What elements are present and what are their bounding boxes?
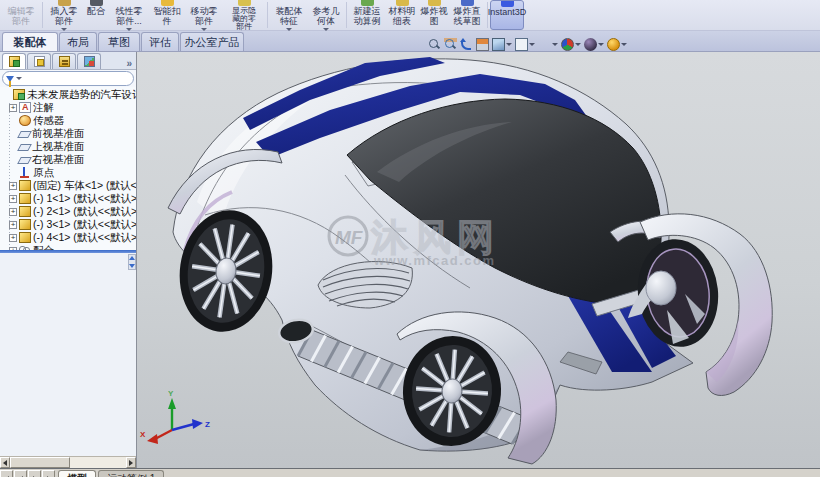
dropdown-arrow-icon[interactable] [621,43,627,46]
feature-manager-panel: » 未来发展趋势的汽车设计模型+注解传感器前视基准面上视基准面右视基准面原点+(… [0,52,137,468]
tab-configuration-manager[interactable] [52,53,76,69]
orientation-triad: X Y Z [140,389,210,444]
panel-horizontal-scrollbar[interactable] [0,456,136,468]
ribbon-separator [346,2,347,28]
configuration-manager-icon [59,56,70,67]
tree-item-13[interactable]: +配合 [3,244,136,250]
tree-item-9[interactable]: +(-) 1<1> (默认<<默认>_显示 [3,192,136,205]
zoom-area-button[interactable] [444,38,457,51]
ribbon-button-instant3d[interactable]: Instant3D [490,0,524,30]
view-settings-button[interactable] [607,38,627,51]
panel-overflow-chevron-icon[interactable]: » [126,58,132,69]
bottom-tab-1[interactable]: 模型 [58,470,96,477]
tab-nav-prev-button[interactable] [14,470,27,477]
tab-nav-last-button[interactable] [42,470,55,477]
tree-item-2[interactable]: +注解 [3,101,136,114]
plane-icon [17,131,32,138]
tree-item-3[interactable]: 传感器 [3,114,136,127]
ribbon-button-label: 部件 [195,17,213,27]
ribbon-button-insert-components[interactable]: 插入零部件 [45,0,83,30]
annotations-icon [19,102,31,113]
tree-expander-icon[interactable]: + [9,182,17,190]
command-tab-3[interactable]: 草图 [98,32,140,51]
filter-dropdown-icon[interactable] [16,77,22,80]
tree-item-8[interactable]: +(固定) 车体<1> (默认<<默认 [3,179,136,192]
ribbon-button-move-component[interactable]: 移动零部件 [185,0,223,30]
command-tab-4[interactable]: 评估 [141,32,179,51]
ribbon-button-show-hidden-components[interactable]: 显示隐藏的零部件 [223,0,265,30]
scroll-down-icon[interactable] [129,264,135,268]
previous-view-button[interactable] [460,38,473,51]
panel-vertical-scrollbar[interactable] [128,254,136,270]
edit-appearance-button[interactable] [561,38,581,51]
ribbon-button-label: 部件... [116,17,142,27]
tree-item-7[interactable]: 原点 [3,166,136,179]
dropdown-arrow-icon[interactable] [598,43,604,46]
command-tab-2[interactable]: 布局 [59,32,97,51]
filter-funnel-icon [6,76,14,82]
ribbon-button-label: 特征 [280,17,298,27]
view-orientation-button[interactable] [492,38,512,51]
tab-feature-manager[interactable] [2,53,26,69]
mates-icon [19,245,31,250]
command-tab-5[interactable]: 办公室产品 [180,32,244,51]
tab-display-manager[interactable] [77,53,101,69]
dropdown-arrow-icon[interactable] [529,43,535,46]
zoom-fit-button[interactable] [428,38,441,51]
ribbon-separator [267,2,268,28]
ribbon-button-assembly-features[interactable]: 装配体特征 [270,0,308,30]
ribbon-button-exploded-view[interactable]: 爆炸视图 [419,0,449,30]
ribbon-separator [42,2,43,28]
bottom-tab-2[interactable]: 运动算例 1 [98,470,164,477]
previous-view-icon [460,38,473,51]
tab-nav-first-button[interactable] [0,470,13,477]
tree-expander-icon[interactable]: + [9,104,17,112]
tree-item-11[interactable]: +(-) 3<1> (默认<<默认>_显示 [3,218,136,231]
tree-filter[interactable] [2,71,134,86]
zoom-area-icon [444,38,457,51]
triad-y-label: Y [168,389,174,398]
tree-expander-icon[interactable]: + [9,195,17,203]
ribbon-button-reference-geometry[interactable]: 参考几何体 [308,0,344,30]
ribbon-button-explode-line-sketch[interactable]: 爆炸直线草图 [449,0,485,30]
part-icon [19,232,31,243]
scroll-left-button[interactable] [0,457,10,468]
ribbon-button-linear-component-pattern[interactable]: 线性零部件... [109,0,149,30]
tree-item-label: 前视基准面 [32,127,85,140]
command-tab-1[interactable]: 装配体 [2,32,58,51]
feature-tree-icon [9,56,20,67]
display-style-button[interactable] [515,38,535,51]
car-model-render: MF 沐风网 www.mfcad.com X Y Z [137,52,820,468]
tree-item-4[interactable]: 前视基准面 [3,127,136,140]
tree-item-6[interactable]: 右视基准面 [3,153,136,166]
dropdown-arrow-icon[interactable] [575,43,581,46]
tree-expander-icon[interactable]: + [9,234,17,242]
ribbon-button-bill-of-materials[interactable]: 材料明细表 [385,0,419,30]
tree-expander-icon[interactable]: + [9,208,17,216]
tree-item-1[interactable]: 未来发展趋势的汽车设计模型 [3,88,136,101]
ribbon-button-label: 动算例 [354,17,381,27]
scroll-right-button[interactable] [126,457,136,468]
ribbon-button-smart-fasteners[interactable]: 智能扣件 [149,0,185,30]
tree-item-12[interactable]: +(-) 4<1> (默认<<默认>_显示 [3,231,136,244]
tab-property-manager[interactable] [27,53,51,69]
tree-item-label: 传感器 [33,114,65,127]
scroll-up-icon[interactable] [129,256,135,260]
tab-nav-next-button[interactable] [28,470,41,477]
hide-show-items-button[interactable] [538,38,558,51]
ribbon-button-edit-component[interactable]: 编辑零部件 [2,0,40,30]
graphics-viewport[interactable]: MF 沐风网 www.mfcad.com X Y Z [137,52,820,468]
apply-scene-button[interactable] [584,38,604,51]
tree-expander-icon[interactable]: + [9,221,17,229]
dropdown-arrow-icon[interactable] [506,43,512,46]
ribbon-button-mate[interactable]: 配合 [83,0,109,30]
tree-expander-icon[interactable]: + [9,247,17,251]
hide-show-items-icon [538,38,551,51]
tree-item-10[interactable]: +(-) 2<1> (默认<<默认>_显示 [3,205,136,218]
scrollbar-track[interactable] [10,457,126,468]
tree-item-5[interactable]: 上视基准面 [3,140,136,153]
section-view-button[interactable] [476,38,489,51]
ribbon-button-new-motion-study[interactable]: 新建运动算例 [349,0,385,30]
scrollbar-thumb[interactable] [10,457,70,468]
dropdown-arrow-icon[interactable] [552,43,558,46]
